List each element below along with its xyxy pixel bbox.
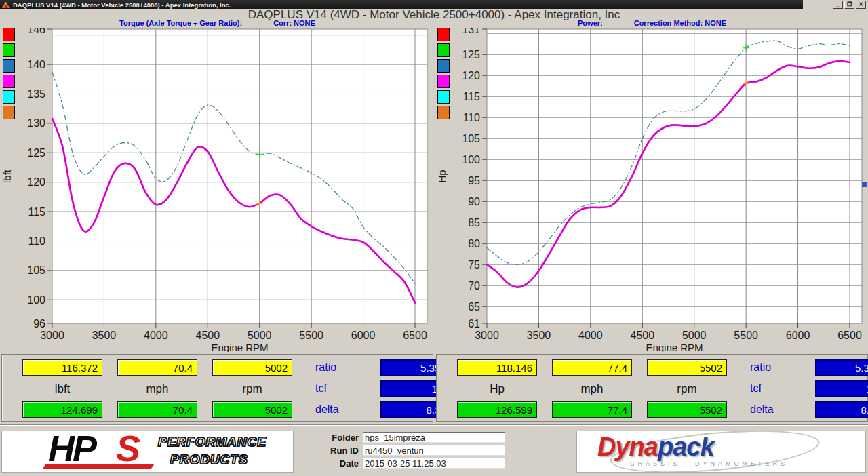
legend-swatch-magenta[interactable] (3, 75, 15, 88)
y-tick-label: 146 (27, 28, 45, 35)
y-tick-label: 80 (468, 238, 480, 250)
legend-swatch-cyan[interactable] (3, 90, 15, 104)
close-button[interactable]: ✕ (856, 1, 866, 9)
torque-readout-panel: 116.372 70.4 5002 ratio 5.3900 lbft mph … (1, 354, 433, 422)
y-tick-label: 70 (468, 280, 480, 292)
minimize-button[interactable]: _ (833, 1, 843, 9)
app-icon (2, 1, 10, 9)
x-tick-label: 3000 (40, 330, 64, 341)
rpm-unit-label: rpm (212, 380, 292, 397)
y-tick-label: 120 (27, 176, 45, 188)
y-tick-label: 125 (27, 147, 45, 159)
date-input[interactable] (363, 458, 505, 469)
torque-cursor-value: 116.372 (22, 359, 102, 376)
dynapack-subtext: CHASSIS DYNAMOMETERS (630, 460, 788, 469)
folder-label: Folder (323, 433, 363, 443)
dynapack-logo: Dynapack CHASSIS DYNAMOMETERS (576, 431, 866, 473)
window-titlebar: DAQPLUS V14 (4WD - Motor Vehicle 2500+40… (0, 0, 868, 9)
power-reference-value: 126.599 (457, 401, 537, 418)
legend-swatch-blue[interactable] (3, 59, 15, 73)
legend-swatch-blue[interactable] (437, 59, 450, 73)
ratio-label: ratio (742, 359, 800, 376)
torque-header-title: Torque (Axle Torque ÷ Gear Ratio): (119, 19, 242, 28)
torque-chart-panel: Torque (Axle Torque ÷ Gear Ratio): Corr:… (1, 19, 433, 352)
x-tick-label: 6000 (351, 330, 376, 341)
torque-chart-header: Torque (Axle Torque ÷ Gear Ratio): Corr:… (1, 19, 433, 28)
torque-legend-swatches (3, 28, 15, 121)
legend-swatch-red[interactable] (437, 28, 450, 41)
restore-button[interactable]: ❐ (844, 1, 854, 9)
window-controls: _ ❐ ✕ (803, 0, 868, 9)
torque-reference-value: 124.699 (22, 401, 102, 418)
y-tick-label: 125 (462, 49, 480, 60)
legend-swatch-cyan[interactable] (437, 90, 450, 104)
charts-row: Torque (Axle Torque ÷ Gear Ratio): Corr:… (1, 19, 868, 352)
hps-logo: HP S PERFORMANCE PRODUCTS (1, 431, 294, 473)
x-tick-label: 5000 (682, 330, 707, 341)
footer: HP S PERFORMANCE PRODUCTS Folder Run ID … (0, 425, 868, 476)
tcf-value: 1.00 (815, 380, 868, 397)
torque-cursor-rpm: 5002 (212, 359, 292, 376)
y-tick-label: 105 (462, 133, 480, 144)
torque-plot[interactable]: 1461401351301251201151101051009630003500… (1, 28, 433, 352)
power-chart-header: Power: Correction Method: NONE (436, 19, 868, 28)
power-legend-swatches (437, 28, 450, 121)
legend-swatch-red[interactable] (3, 28, 15, 41)
tcf-label: tcf (742, 380, 800, 397)
delta-label: delta (742, 401, 800, 418)
power-cursor-mph: 77.4 (552, 359, 632, 376)
date-row: Date (323, 458, 505, 469)
folder-input[interactable] (363, 432, 505, 443)
y-tick-label: 140 (27, 59, 45, 71)
legend-swatch-magenta[interactable] (437, 75, 450, 88)
hps-logo-line1: PERFORMANCE (158, 433, 267, 451)
ratio-value: 5.3900 (815, 359, 868, 376)
delta-value: 8.453 (815, 401, 868, 418)
power-cursor-value: 118.146 (457, 359, 537, 376)
x-tick-label: 4000 (144, 330, 168, 341)
y-tick-label: 135 (27, 88, 45, 100)
x-tick-label: 6500 (403, 330, 427, 341)
y-tick-label: 131 (462, 28, 480, 35)
torque-reference-mph: 70.4 (117, 401, 197, 418)
torque-cursor-mph: 70.4 (117, 359, 197, 376)
run-id-row: Run ID (323, 445, 505, 456)
x-axis-label: Engine RPM (211, 342, 268, 352)
x-tick-label: 3500 (92, 330, 117, 341)
torque-reference-rpm: 5002 (212, 401, 292, 418)
legend-swatch-green[interactable] (437, 43, 450, 57)
x-axis-label: Engine RPM (646, 342, 703, 352)
torque-unit-label: lbft (22, 380, 102, 397)
run-id-input[interactable] (363, 445, 505, 456)
x-tick-label: 3500 (527, 330, 551, 341)
folder-row: Folder (323, 432, 505, 443)
dynapack-word-pack: pack (658, 433, 714, 461)
y-tick-label: 115 (28, 206, 45, 218)
page-title: DAQPLUS V14 (4WD - Motor Vehicle 2500+40… (0, 9, 868, 19)
scrollbar-fragment (862, 182, 867, 187)
x-tick-label: 5000 (248, 330, 272, 341)
power-plot[interactable]: 1311251201151101051009590858075706561300… (436, 28, 868, 352)
power-chart-panel: Power: Correction Method: NONE 131125120… (436, 19, 868, 352)
legend-swatch-green[interactable] (3, 43, 15, 57)
legend-swatch-orange[interactable] (437, 106, 450, 119)
x-tick-label: 6500 (837, 330, 862, 341)
y-tick-label: 75 (468, 259, 480, 271)
legend-swatch-orange[interactable] (3, 106, 15, 119)
run-id-label: Run ID (323, 445, 363, 456)
tcf-label: tcf (307, 380, 366, 397)
x-tick-label: 5500 (734, 330, 758, 341)
power-unit-label: Hp (457, 380, 537, 397)
y-axis-label: lbft (1, 169, 13, 183)
ratio-label: ratio (307, 359, 366, 376)
x-tick-label: 4500 (195, 330, 220, 341)
y-tick-label: 61 (468, 318, 480, 330)
y-tick-label: 85 (468, 217, 480, 229)
hps-logo-text: PERFORMANCE PRODUCTS (158, 433, 267, 469)
y-tick-label: 110 (28, 235, 45, 247)
x-tick-label: 4000 (578, 330, 603, 341)
x-tick-label: 5500 (299, 330, 323, 341)
y-tick-label: 65 (468, 301, 480, 313)
dynapack-word-dyna: Dyna (597, 433, 658, 461)
run-info-form: Folder Run ID Date (323, 432, 505, 469)
